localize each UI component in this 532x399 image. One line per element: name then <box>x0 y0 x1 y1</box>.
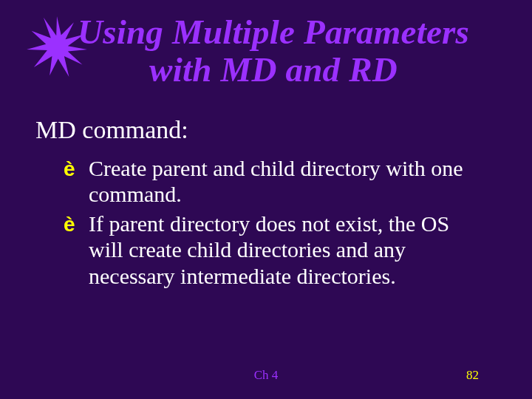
slide-footer: Ch 4 82 <box>0 368 532 386</box>
title-line-1: Using Multiple Parameters <box>78 13 469 51</box>
body-text: è Create parent and child directory with… <box>64 155 488 292</box>
bullet-text: Create parent and child directory with o… <box>89 156 463 206</box>
slide-title: Using Multiple Parameters with MD and RD <box>37 13 510 89</box>
arrow-icon: è <box>64 157 75 181</box>
page-number: 82 <box>466 368 479 383</box>
title-line-2: with MD and RD <box>149 50 398 89</box>
slide: Using Multiple Parameters with MD and RD… <box>0 0 532 399</box>
section-heading: MD command: <box>35 116 495 143</box>
bullet-text: If parent directory does not exist, the … <box>89 211 449 288</box>
list-item: è Create parent and child directory with… <box>64 155 488 208</box>
list-item: è If parent directory does not exist, th… <box>64 211 488 289</box>
arrow-icon: è <box>64 212 75 236</box>
chapter-label: Ch 4 <box>0 368 532 383</box>
